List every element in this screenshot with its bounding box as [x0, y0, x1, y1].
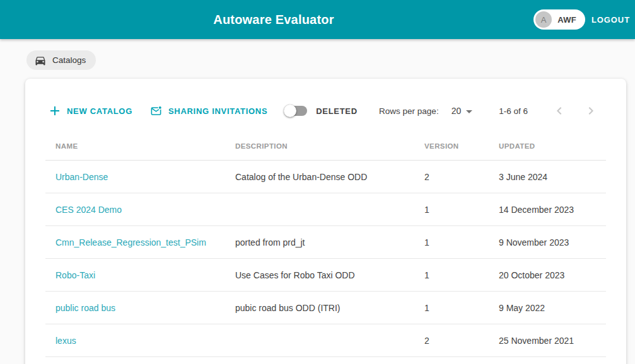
plus-icon [49, 105, 61, 117]
new-catalog-label: NEW CATALOG [67, 106, 132, 116]
sharing-invitations-label: SHARING INVITATIONS [168, 106, 267, 116]
sharing-invitations-button[interactable]: SHARING INVITATIONS [150, 105, 267, 117]
deleted-toggle-group: DELETED [284, 105, 358, 117]
table-row[interactable]: Robo-Taxi Use Cases for Robo Taxi ODD 1 … [45, 259, 606, 292]
pagination-range-label: 1-6 of 6 [499, 106, 528, 116]
catalog-name-link[interactable]: Cmn_Release_Regression_test_PSim [55, 237, 235, 247]
table-row[interactable]: public road bus pubic road bus ODD (ITRI… [45, 292, 606, 324]
table-row[interactable]: Cmn_Release_Regression_test_PSim ported … [45, 226, 606, 259]
next-page-button[interactable] [583, 103, 598, 118]
rows-per-page-label: Rows per page: [379, 106, 439, 116]
catalog-version: 1 [424, 270, 499, 280]
table-row[interactable]: CES 2024 Demo 1 14 December 2023 [45, 193, 606, 226]
catalog-name-link[interactable]: Robo-Taxi [55, 270, 235, 280]
catalog-version: 1 [424, 205, 499, 215]
catalog-version: 1 [424, 303, 499, 313]
table-row[interactable]: Urban-Dense Catalog of the Urban-Dense O… [45, 161, 606, 193]
table-header-row: NAME DESCRIPTION VERSION UPDATED [45, 132, 606, 161]
breadcrumb-catalogs[interactable]: Catalogs [26, 50, 96, 70]
catalog-updated: 9 November 2023 [499, 237, 606, 247]
catalog-version: 2 [424, 172, 499, 182]
catalog-updated: 25 November 2021 [499, 336, 606, 346]
catalog-version: 1 [424, 237, 499, 247]
catalog-description: pubic road bus ODD (ITRI) [235, 303, 424, 313]
mail-unread-icon [150, 105, 162, 117]
deleted-toggle-label: DELETED [316, 106, 358, 116]
catalogs-toolbar: NEW CATALOG SHARING INVITATIONS DELETED … [25, 96, 626, 125]
catalog-updated: 9 May 2022 [499, 303, 606, 313]
column-header-description: DESCRIPTION [235, 142, 424, 150]
catalog-updated: 14 December 2023 [499, 205, 606, 215]
previous-page-button[interactable] [552, 103, 567, 118]
caret-down-icon [466, 110, 472, 113]
rows-per-page-value: 20 [451, 106, 462, 116]
avatar: A [535, 11, 552, 28]
logout-button[interactable]: LOGOUT [591, 0, 630, 39]
catalog-updated: 3 June 2024 [499, 172, 606, 182]
catalog-description: Catalog of the Urban-Dense ODD [235, 172, 424, 182]
user-name: AWF [557, 15, 576, 25]
column-header-name: NAME [55, 142, 235, 150]
table-body: Urban-Dense Catalog of the Urban-Dense O… [25, 161, 626, 357]
catalog-name-link[interactable]: CES 2024 Demo [55, 205, 235, 215]
rows-per-page-select[interactable]: 20 [451, 106, 473, 116]
car-icon [34, 54, 47, 67]
pagination-controls: Rows per page: 20 1-6 of 6 [379, 103, 598, 118]
catalog-updated: 20 October 2023 [499, 270, 606, 280]
column-header-updated: UPDATED [499, 142, 606, 150]
catalog-name-link[interactable]: Urban-Dense [55, 172, 235, 182]
avatar-initial: A [541, 15, 547, 25]
column-header-version: VERSION [424, 142, 499, 150]
catalogs-card: NEW CATALOG SHARING INVITATIONS DELETED … [25, 79, 626, 364]
catalog-description: ported from prd_jt [235, 237, 424, 247]
table-row[interactable]: lexus 2 25 November 2021 [45, 324, 606, 357]
app-header: Autoware Evaluator A AWF LOGOUT [0, 0, 635, 39]
catalog-description: Use Cases for Robo Taxi ODD [235, 270, 424, 280]
catalog-name-link[interactable]: public road bus [55, 303, 235, 313]
page-title: Autoware Evaluator [213, 13, 334, 27]
breadcrumb-label: Catalogs [52, 55, 86, 65]
new-catalog-button[interactable]: NEW CATALOG [49, 105, 132, 117]
deleted-toggle[interactable] [284, 105, 308, 117]
catalog-version: 2 [424, 336, 499, 346]
user-menu-chip[interactable]: A AWF [533, 9, 585, 30]
catalog-name-link[interactable]: lexus [55, 336, 235, 346]
